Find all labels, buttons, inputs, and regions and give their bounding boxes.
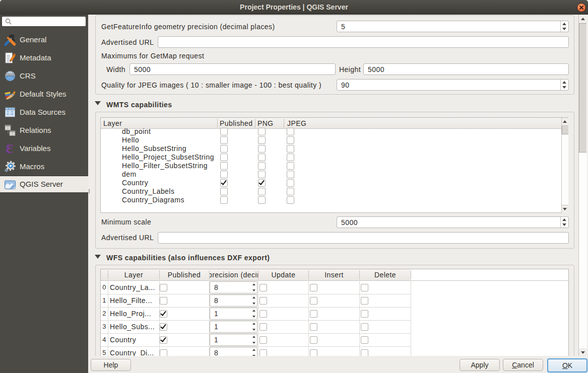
svg-text:ε: ε	[6, 142, 13, 155]
